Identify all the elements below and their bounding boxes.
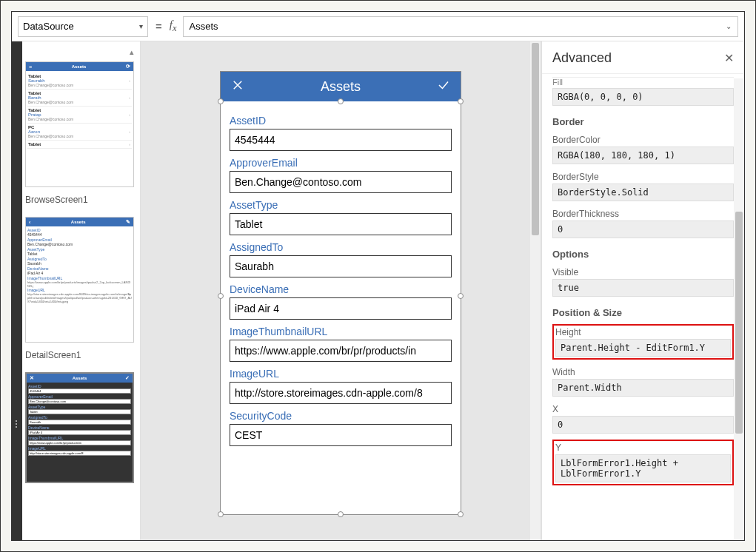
section-options: Options [552,249,734,260]
prop-label: Height [555,327,731,337]
property-selector[interactable]: DataSource ▾ [18,16,148,37]
advanced-panel: Advanced ✕ Fill RGBA(0, 0, 0, 0) Border … [541,41,744,540]
field-label: DeviceName [230,283,452,295]
check-icon: ✓ [122,375,133,381]
edit-icon: ✎ [123,219,133,225]
thumb-detail-screen[interactable]: ‹Assets✎ AssetID4545444ApproverEmailBen.… [25,217,134,343]
prop-label: BorderThickness [552,209,734,219]
more-icon[interactable]: ⋯ [12,420,21,428]
prop-label: Visible [552,267,734,277]
field-input[interactable] [230,213,452,235]
back-icon: ‹ [26,220,33,225]
thumb-browse-screen[interactable]: ≡Assets⟳ TabletSaurabhBen.Change@contoso… [25,61,134,187]
field-label: AssetID [230,115,452,127]
prop-value-x[interactable]: 0 [552,416,734,434]
chevron-down-icon: ▾ [139,22,143,30]
prop-label-fill: Fill [552,78,734,87]
prop-value-y[interactable]: LblFormError1.Height + LblFormError1.Y [555,454,731,482]
prop-value-visible[interactable]: true [552,279,734,297]
prop-label: BorderColor [552,135,734,145]
app-header: Assets [221,72,461,101]
field-input[interactable] [230,297,452,320]
canvas-scrollbar[interactable] [530,41,541,540]
field-label: ImageThumbnailURL [230,326,452,337]
app-window: DataSource ▾ = fx Assets ⌄ ⋯ ▴ ≡Assets⟳ … [11,11,745,541]
panel-title: Advanced [552,50,612,66]
formula-text: Assets [190,21,218,32]
refresh-icon: ⟳ [123,64,133,70]
prop-value-height[interactable]: Parent.Height - EditForm1.Y [555,339,731,357]
highlight-height: Height Parent.Height - EditForm1.Y [552,324,734,360]
property-name: DataSource [23,21,74,32]
edit-form[interactable]: AssetIDApproverEmailAssetTypeAssignedToD… [221,101,461,454]
section-position-size: Position & Size [552,307,734,318]
field-input[interactable] [230,129,452,151]
phone-preview: Assets AssetIDApproverEmailAssetTypeAssi… [220,71,461,515]
chevron-down-icon[interactable]: ⌄ [726,22,732,30]
thumb-edit-screen[interactable]: ✕Assets✓ AssetIDApproverEmailAssetTypeAs… [25,372,134,483]
field-label: ApproverEmail [230,157,452,169]
prop-label: Width [552,367,734,377]
screen-title: Assets [321,79,361,95]
prop-label: X [552,404,734,414]
field-input[interactable] [230,382,452,404]
fx-icon: fx [170,18,177,34]
scroll-up-icon[interactable]: ▴ [25,47,134,57]
section-border: Border [552,116,734,127]
field-input[interactable] [230,424,452,446]
formula-bar: DataSource ▾ = fx Assets ⌄ [12,12,744,41]
highlight-y: Y LblFormError1.Height + LblFormError1.Y [552,440,734,485]
thumb-label: DetailScreen1 [25,347,134,368]
prop-value-bordercolor[interactable]: RGBA(180, 180, 180, 1) [552,147,734,164]
field-input[interactable] [230,171,452,193]
formula-input[interactable]: Assets ⌄ [183,16,739,37]
panel-scrollbar[interactable] [734,78,744,540]
field-label: AssignedTo [230,241,452,253]
equals-icon: = [154,20,164,33]
field-label: ImageURL [230,368,452,380]
prop-value-borderthickness[interactable]: 0 [552,221,734,238]
check-icon[interactable] [437,78,450,95]
screen-thumbnails-rail: ⋯ ▴ ≡Assets⟳ TabletSaurabhBen.Change@con… [12,41,141,540]
prop-label: Y [555,442,731,453]
prop-value-borderstyle[interactable]: BorderStyle.Solid [552,184,734,201]
prop-value-width[interactable]: Parent.Width [552,379,734,397]
prop-value-fill[interactable]: RGBA(0, 0, 0, 0) [552,88,734,106]
prop-label: BorderStyle [552,172,734,182]
field-input[interactable] [230,340,452,362]
field-label: SecurityCode [230,410,452,422]
canvas[interactable]: Assets AssetIDApproverEmailAssetTypeAssi… [141,41,541,540]
close-icon[interactable]: ✕ [724,51,734,65]
collapsed-tree[interactable]: ⋯ [12,41,22,540]
field-input[interactable] [230,255,452,277]
thumb-label: BrowseScreen1 [25,192,134,212]
field-label: AssetType [230,199,452,211]
close-icon: ✕ [27,375,37,381]
close-icon[interactable] [231,78,244,95]
menu-icon: ≡ [26,64,35,70]
